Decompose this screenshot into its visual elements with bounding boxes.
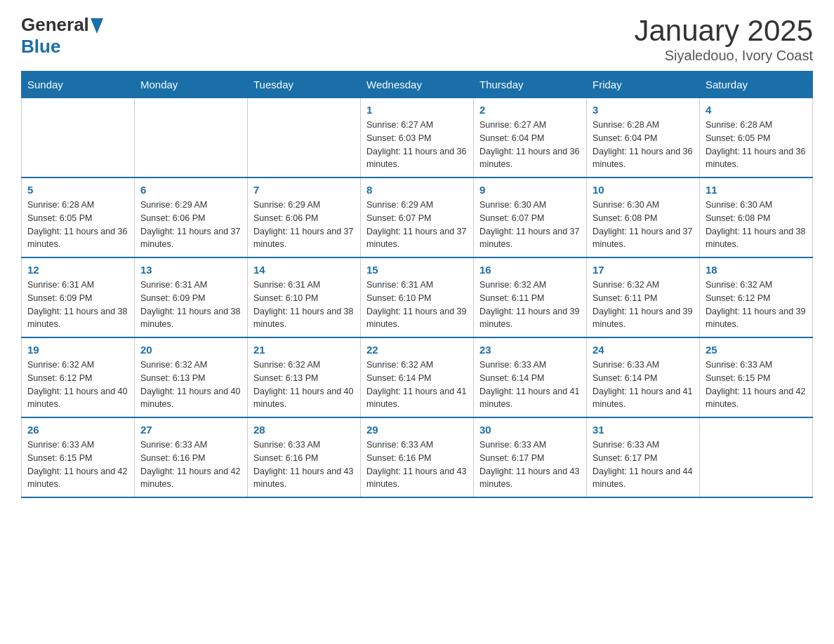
calendar-week-3: 12Sunrise: 6:31 AMSunset: 6:09 PMDayligh… xyxy=(22,257,813,337)
day-info: Sunrise: 6:29 AMSunset: 6:07 PMDaylight:… xyxy=(366,200,466,249)
day-number: 22 xyxy=(366,344,468,356)
day-number: 20 xyxy=(140,344,241,356)
calendar-header: Sunday Monday Tuesday Wednesday Thursday… xyxy=(22,72,813,98)
day-info: Sunrise: 6:31 AMSunset: 6:09 PMDaylight:… xyxy=(27,280,127,329)
day-info: Sunrise: 6:28 AMSunset: 6:05 PMDaylight:… xyxy=(706,120,805,169)
calendar-title: January 2025 xyxy=(634,14,813,48)
logo-blue: Blue xyxy=(21,36,60,57)
calendar-table: Sunday Monday Tuesday Wednesday Thursday… xyxy=(21,71,813,498)
calendar-cell: 2Sunrise: 6:27 AMSunset: 6:04 PMDaylight… xyxy=(474,98,587,178)
calendar-cell xyxy=(248,98,361,178)
logo-general: General xyxy=(21,14,89,36)
day-info: Sunrise: 6:30 AMSunset: 6:08 PMDaylight:… xyxy=(706,200,805,249)
calendar-cell: 13Sunrise: 6:31 AMSunset: 6:09 PMDayligh… xyxy=(135,257,248,337)
day-info: Sunrise: 6:30 AMSunset: 6:07 PMDaylight:… xyxy=(479,200,579,249)
logo-triangle-icon xyxy=(91,18,103,34)
day-info: Sunrise: 6:28 AMSunset: 6:04 PMDaylight:… xyxy=(593,120,692,169)
day-info: Sunrise: 6:32 AMSunset: 6:13 PMDaylight:… xyxy=(140,360,240,409)
day-number: 15 xyxy=(366,264,468,276)
day-number: 19 xyxy=(27,344,128,356)
day-number: 28 xyxy=(253,424,355,436)
day-number: 10 xyxy=(593,184,694,196)
day-number: 1 xyxy=(366,104,468,116)
day-number: 2 xyxy=(479,104,581,116)
svg-marker-0 xyxy=(91,18,103,34)
calendar-cell: 28Sunrise: 6:33 AMSunset: 6:16 PMDayligh… xyxy=(248,417,361,497)
header-saturday: Saturday xyxy=(700,72,813,98)
day-info: Sunrise: 6:33 AMSunset: 6:15 PMDaylight:… xyxy=(706,360,805,409)
calendar-cell: 9Sunrise: 6:30 AMSunset: 6:07 PMDaylight… xyxy=(474,177,587,257)
calendar-cell: 15Sunrise: 6:31 AMSunset: 6:10 PMDayligh… xyxy=(361,257,474,337)
day-number: 4 xyxy=(706,104,807,116)
calendar-cell: 19Sunrise: 6:32 AMSunset: 6:12 PMDayligh… xyxy=(22,337,135,417)
day-info: Sunrise: 6:27 AMSunset: 6:04 PMDaylight:… xyxy=(479,120,579,169)
calendar-cell: 20Sunrise: 6:32 AMSunset: 6:13 PMDayligh… xyxy=(135,337,248,417)
calendar-cell: 16Sunrise: 6:32 AMSunset: 6:11 PMDayligh… xyxy=(474,257,587,337)
day-info: Sunrise: 6:31 AMSunset: 6:09 PMDaylight:… xyxy=(140,280,240,329)
day-number: 5 xyxy=(27,184,128,196)
header-thursday: Thursday xyxy=(474,72,587,98)
calendar-cell: 3Sunrise: 6:28 AMSunset: 6:04 PMDaylight… xyxy=(587,98,700,178)
calendar-cell xyxy=(22,98,135,178)
day-info: Sunrise: 6:33 AMSunset: 6:15 PMDaylight:… xyxy=(27,440,127,489)
day-number: 9 xyxy=(479,184,581,196)
page-header: General Blue January 2025 Siyaledouo, Iv… xyxy=(21,14,813,64)
day-info: Sunrise: 6:33 AMSunset: 6:14 PMDaylight:… xyxy=(593,360,692,409)
day-number: 27 xyxy=(140,424,241,436)
calendar-cell: 27Sunrise: 6:33 AMSunset: 6:16 PMDayligh… xyxy=(135,417,248,497)
day-info: Sunrise: 6:27 AMSunset: 6:03 PMDaylight:… xyxy=(366,120,466,169)
day-info: Sunrise: 6:32 AMSunset: 6:11 PMDaylight:… xyxy=(593,280,692,329)
calendar-cell: 21Sunrise: 6:32 AMSunset: 6:13 PMDayligh… xyxy=(248,337,361,417)
day-number: 31 xyxy=(593,424,694,436)
calendar-week-5: 26Sunrise: 6:33 AMSunset: 6:15 PMDayligh… xyxy=(22,417,813,497)
day-info: Sunrise: 6:29 AMSunset: 6:06 PMDaylight:… xyxy=(253,200,353,249)
day-number: 16 xyxy=(479,264,581,276)
title-section: January 2025 Siyaledouo, Ivory Coast xyxy=(634,14,813,64)
calendar-cell: 14Sunrise: 6:31 AMSunset: 6:10 PMDayligh… xyxy=(248,257,361,337)
day-number: 23 xyxy=(479,344,581,356)
calendar-cell: 17Sunrise: 6:32 AMSunset: 6:11 PMDayligh… xyxy=(587,257,700,337)
calendar-body: 1Sunrise: 6:27 AMSunset: 6:03 PMDaylight… xyxy=(22,98,813,498)
day-number: 21 xyxy=(253,344,355,356)
day-number: 18 xyxy=(706,264,807,276)
day-number: 17 xyxy=(593,264,694,276)
calendar-cell: 4Sunrise: 6:28 AMSunset: 6:05 PMDaylight… xyxy=(700,98,813,178)
day-info: Sunrise: 6:31 AMSunset: 6:10 PMDaylight:… xyxy=(253,280,353,329)
calendar-cell: 6Sunrise: 6:29 AMSunset: 6:06 PMDaylight… xyxy=(135,177,248,257)
day-number: 11 xyxy=(706,184,807,196)
day-info: Sunrise: 6:33 AMSunset: 6:16 PMDaylight:… xyxy=(253,440,353,489)
day-number: 24 xyxy=(593,344,694,356)
calendar-cell xyxy=(700,417,813,497)
calendar-subtitle: Siyaledouo, Ivory Coast xyxy=(634,48,813,64)
calendar-cell: 7Sunrise: 6:29 AMSunset: 6:06 PMDaylight… xyxy=(248,177,361,257)
day-info: Sunrise: 6:32 AMSunset: 6:12 PMDaylight:… xyxy=(706,280,805,329)
header-tuesday: Tuesday xyxy=(248,72,361,98)
day-number: 25 xyxy=(706,344,807,356)
calendar-cell: 29Sunrise: 6:33 AMSunset: 6:16 PMDayligh… xyxy=(361,417,474,497)
day-info: Sunrise: 6:32 AMSunset: 6:13 PMDaylight:… xyxy=(253,360,353,409)
day-info: Sunrise: 6:33 AMSunset: 6:16 PMDaylight:… xyxy=(366,440,466,489)
calendar-cell: 12Sunrise: 6:31 AMSunset: 6:09 PMDayligh… xyxy=(22,257,135,337)
calendar-cell xyxy=(135,98,248,178)
day-number: 13 xyxy=(140,264,241,276)
day-info: Sunrise: 6:32 AMSunset: 6:12 PMDaylight:… xyxy=(27,360,127,409)
calendar-cell: 10Sunrise: 6:30 AMSunset: 6:08 PMDayligh… xyxy=(587,177,700,257)
calendar-cell: 26Sunrise: 6:33 AMSunset: 6:15 PMDayligh… xyxy=(22,417,135,497)
calendar-week-1: 1Sunrise: 6:27 AMSunset: 6:03 PMDaylight… xyxy=(22,98,813,178)
calendar-cell: 30Sunrise: 6:33 AMSunset: 6:17 PMDayligh… xyxy=(474,417,587,497)
calendar-cell: 11Sunrise: 6:30 AMSunset: 6:08 PMDayligh… xyxy=(700,177,813,257)
day-number: 7 xyxy=(253,184,355,196)
day-number: 26 xyxy=(27,424,128,436)
day-number: 12 xyxy=(27,264,128,276)
header-wednesday: Wednesday xyxy=(361,72,474,98)
day-info: Sunrise: 6:33 AMSunset: 6:17 PMDaylight:… xyxy=(479,440,579,489)
day-info: Sunrise: 6:32 AMSunset: 6:14 PMDaylight:… xyxy=(366,360,466,409)
day-info: Sunrise: 6:30 AMSunset: 6:08 PMDaylight:… xyxy=(593,200,692,249)
day-number: 3 xyxy=(593,104,694,116)
calendar-cell: 25Sunrise: 6:33 AMSunset: 6:15 PMDayligh… xyxy=(700,337,813,417)
calendar-cell: 23Sunrise: 6:33 AMSunset: 6:14 PMDayligh… xyxy=(474,337,587,417)
day-number: 14 xyxy=(253,264,355,276)
header-friday: Friday xyxy=(587,72,700,98)
day-info: Sunrise: 6:28 AMSunset: 6:05 PMDaylight:… xyxy=(27,200,127,249)
calendar-cell: 22Sunrise: 6:32 AMSunset: 6:14 PMDayligh… xyxy=(361,337,474,417)
